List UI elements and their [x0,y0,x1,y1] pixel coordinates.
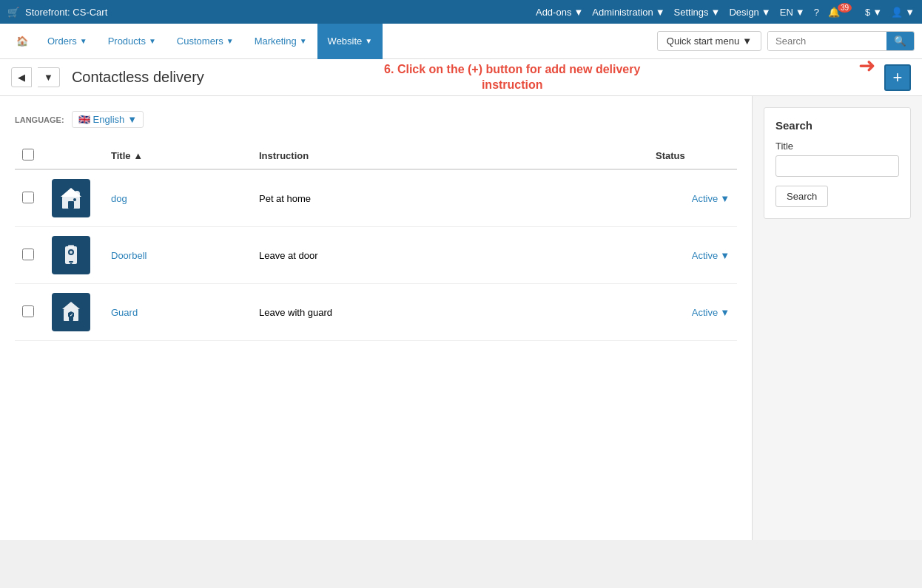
main-search-input[interactable] [768,32,886,50]
administration-nav[interactable]: Administration ▼ [592,7,664,18]
orders-nav[interactable]: Orders ▼ [37,24,98,59]
instruction-col-header: Instruction [252,143,648,169]
main-search-box: 🔍 [767,31,915,51]
table-row: ✓ Guard Leave with guard Active ▼ [15,284,737,341]
addons-nav[interactable]: Add-ons ▼ [536,7,583,18]
main-content: LANGUAGE: 🇬🇧 English ▼ Title ▲ Instruc [0,96,752,540]
website-nav[interactable]: Website ▼ [317,24,383,59]
settings-nav[interactable]: Settings ▼ [674,7,721,18]
home-button[interactable]: 🏠 [7,24,37,59]
row-icon-2 [52,236,90,274]
title-col-header: Title ▲ [104,143,252,169]
table-row: dog Pet at home Active ▼ [15,169,737,227]
row-title-link-2[interactable]: Doorbell [111,250,147,261]
row-status-1[interactable]: Active ▼ [656,193,730,204]
dog-icon [58,185,84,212]
title-form-label: Title [775,141,899,152]
svg-point-5 [74,195,77,197]
table-header-row: Title ▲ Instruction Status [15,143,737,169]
language-dropdown-arrow: ▼ [127,114,137,125]
products-nav[interactable]: Products ▼ [98,24,166,59]
language-nav[interactable]: EN ▼ [780,7,805,18]
row-icon-1 [52,179,90,217]
guard-icon: ✓ [58,299,84,325]
title-form-group: Title [775,141,899,177]
sidebar: Search Title Search [752,96,922,540]
search-section-title: Search [775,119,899,132]
store-name: Storefront: CS-Cart [25,7,107,18]
svg-marker-13 [62,302,80,309]
title-search-input[interactable] [775,155,899,177]
row-instruction-2: Leave at door [259,250,318,261]
delivery-instructions-table: Title ▲ Instruction Status [15,143,737,341]
help-nav[interactable]: ? [814,7,819,18]
language-label: LANGUAGE: [15,115,64,124]
design-nav[interactable]: Design ▼ [729,7,770,18]
svg-point-12 [70,263,73,266]
user-nav[interactable]: 👤 ▼ [891,7,915,18]
svg-rect-10 [69,261,73,263]
svg-point-3 [73,198,76,201]
customers-nav[interactable]: Customers ▼ [166,24,244,59]
back-button[interactable]: ◀ [11,67,32,87]
svg-point-9 [70,251,73,254]
table-row: Doorbell Leave at door Active ▼ [15,227,737,284]
svg-rect-11 [68,245,74,248]
annotation: 6. Click on the (+) button for add new d… [384,62,640,93]
main-nav: 🏠 Orders ▼ Products ▼ Customers ▼ Market… [0,24,922,59]
row-status-3[interactable]: Active ▼ [656,307,730,318]
row-icon-3: ✓ [52,293,90,331]
content-area: LANGUAGE: 🇬🇧 English ▼ Title ▲ Instruc [0,96,922,540]
svg-text:✓: ✓ [70,313,73,317]
nav-dropdown-button[interactable]: ▼ [38,67,60,87]
language-name: English [93,114,125,125]
search-button[interactable]: Search [775,186,828,207]
language-selector[interactable]: 🇬🇧 English ▼ [72,111,144,128]
row-instruction-3: Leave with guard [259,307,332,318]
top-bar: 🛒 Storefront: CS-Cart Add-ons ▼ Administ… [0,0,922,24]
row-title-link-3[interactable]: Guard [111,307,138,318]
language-row: LANGUAGE: 🇬🇧 English ▼ [15,111,737,128]
status-col-header: Status [648,143,737,169]
row-checkbox-1[interactable] [22,192,34,203]
row-checkbox-2[interactable] [22,249,34,260]
svg-rect-2 [68,201,74,209]
store-icon: 🛒 [7,7,19,18]
row-instruction-1: Pet at home [259,193,311,204]
svg-point-6 [77,195,80,197]
row-status-2[interactable]: Active ▼ [656,250,730,261]
marketing-nav[interactable]: Marketing ▼ [244,24,317,59]
row-checkbox-3[interactable] [22,305,34,317]
page-title: Contactless delivery [72,69,204,86]
flag-icon: 🇬🇧 [78,114,90,125]
currency-nav[interactable]: $ ▼ [865,7,882,18]
icon-col-header [44,143,104,169]
notifications-nav[interactable]: 🔔39 [828,7,856,18]
page-header: ◀ ▼ Contactless delivery 6. Click on the… [0,59,922,96]
row-title-link-1[interactable]: dog [111,193,127,204]
doorbell-icon [58,242,84,268]
select-all-checkbox[interactable] [22,149,34,160]
notification-count: 39 [838,3,852,13]
search-section: Search Title Search [764,107,911,219]
quick-start-button[interactable]: Quick start menu ▼ [657,31,761,51]
main-search-button[interactable]: 🔍 [886,32,914,50]
add-new-button[interactable]: + [884,64,911,91]
